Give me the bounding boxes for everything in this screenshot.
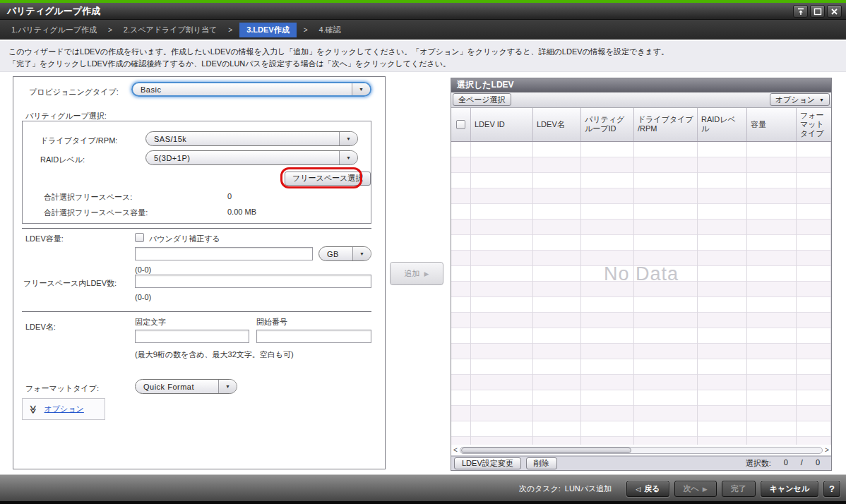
separator (22, 311, 371, 312)
step-separator: > (228, 26, 232, 34)
selection-count-separator: / (801, 458, 803, 469)
instruction-line-1: このウィザードではLDEVの作成を行います。作成したいLDEVの情報を入力し「追… (8, 46, 846, 58)
column-header-capacity[interactable]: 容量 (747, 108, 797, 141)
boundary-correction-checkbox[interactable] (135, 233, 144, 242)
arrow-left-icon: ◁ (636, 486, 641, 493)
scroll-right-icon[interactable]: > (823, 445, 831, 455)
wizard-step-1[interactable]: 1.パリティグループ作成 (7, 23, 101, 37)
raid-level-value: 5(3D+1P) (146, 154, 339, 162)
selected-ldev-header: 選択したLDEV (451, 78, 831, 92)
chevron-down-icon: ▼ (352, 247, 371, 260)
next-task-label: 次のタスク: (519, 484, 561, 494)
delete-button[interactable]: 削除 (526, 457, 557, 469)
column-header-format-type[interactable]: フォーマットタイプ (797, 108, 831, 141)
provisioning-type-label: プロビジョニングタイプ: (29, 87, 119, 97)
maximize-icon (814, 8, 822, 16)
select-all-checkbox-cell (451, 108, 471, 141)
ldev-name-label: LDEV名: (25, 322, 56, 332)
table-column (797, 142, 831, 445)
cancel-button-label: キャンセル (770, 484, 809, 494)
horizontal-scrollbar: < > (451, 445, 831, 456)
wizard-footer-bar: 次のタスク: LUNパス追加 ◁ 戻る 次へ ▶ 完了 キャンセル ? (0, 474, 846, 504)
selection-count-selected: 0 (784, 458, 788, 469)
rollup-button[interactable] (793, 5, 808, 18)
window-title: パリティグループ作成 (0, 5, 100, 18)
scrollbar-track[interactable] (460, 447, 823, 454)
column-header-parity-group-id[interactable]: パリティグループID (581, 108, 634, 141)
raid-level-dropdown[interactable]: 5(3D+1P) ▼ (145, 150, 358, 165)
instruction-panel: このウィザードではLDEVの作成を行います。作成したいLDEVの情報を入力し「追… (0, 41, 846, 72)
chevron-down-icon: ▼ (352, 83, 370, 95)
drive-type-label: ドライブタイプ/RPM: (40, 136, 117, 146)
format-type-value: Quick Format (136, 383, 218, 391)
drive-type-dropdown[interactable]: SAS/15k ▼ (145, 131, 358, 146)
back-button[interactable]: ◁ 戻る (626, 481, 669, 497)
add-button[interactable]: 追加 ▶ (390, 262, 443, 285)
total-free-capacity-label: 合計選択フリースペース容量: (44, 208, 148, 218)
table-column (533, 142, 581, 445)
fixed-text-input[interactable] (135, 330, 249, 343)
close-icon (830, 8, 838, 16)
ldev-count-label: フリースペース内LDEV数: (23, 278, 117, 289)
column-header-drive-type[interactable]: ドライブタイプ /RPM (634, 108, 698, 141)
total-free-space-value: 0 (227, 192, 232, 200)
format-type-dropdown[interactable]: Quick Format ▼ (135, 379, 237, 394)
table-column (634, 142, 698, 445)
free-space-select-button[interactable]: フリースペース選択 (285, 172, 371, 186)
fixed-text-label: 固定文字 (135, 317, 166, 328)
start-number-input[interactable] (256, 330, 371, 343)
capacity-unit-dropdown[interactable]: GB ▼ (318, 246, 371, 261)
step-separator: > (304, 26, 308, 34)
column-header-ldev-id[interactable]: LDEV ID (471, 108, 533, 141)
double-chevron-down-icon: ≫ (28, 404, 38, 414)
selection-count-total: 0 (816, 458, 820, 469)
capacity-range-hint: (0-0) (135, 265, 151, 274)
drive-type-value: SAS/15k (146, 135, 339, 143)
ldev-settings-change-button[interactable]: LDEV設定変更 (454, 457, 521, 469)
table-column (451, 142, 471, 445)
selection-count-label: 選択数: (746, 458, 771, 469)
raid-level-label: RAIDレベル: (40, 155, 85, 165)
capacity-unit-value: GB (319, 250, 352, 258)
total-free-capacity-value: 0.00 MB (227, 208, 256, 216)
select-all-pages-button[interactable]: 全ページ選択 (453, 93, 511, 106)
format-type-label: フォーマットタイプ: (25, 383, 99, 394)
close-button[interactable] (827, 5, 842, 18)
wizard-step-2[interactable]: 2.スペアドライブ割り当て (119, 23, 222, 37)
cancel-button[interactable]: キャンセル (761, 481, 818, 497)
add-button-label: 追加 (405, 268, 420, 279)
column-header-ldev-name[interactable]: LDEV名 (533, 108, 581, 141)
arrow-right-icon: ▶ (703, 486, 708, 493)
column-header-raid-level[interactable]: RAIDレベル (698, 108, 747, 141)
start-number-label: 開始番号 (256, 317, 287, 328)
capacity-input[interactable] (135, 247, 313, 260)
next-task-value: LUNパス追加 (565, 484, 612, 494)
scroll-left-icon[interactable]: < (451, 445, 460, 455)
chevron-down-icon: ▼ (819, 97, 824, 102)
select-all-checkbox[interactable] (456, 120, 465, 129)
step-separator: > (108, 26, 112, 34)
wizard-step-3-active[interactable]: 3.LDEV作成 (239, 23, 297, 37)
back-button-label: 戻る (644, 484, 660, 494)
arrow-right-icon: ▶ (424, 270, 429, 277)
wizard-step-4[interactable]: 4.確認 (315, 23, 345, 37)
next-task: 次のタスク: LUNパス追加 (519, 484, 612, 494)
help-button[interactable]: ? (823, 481, 840, 497)
provisioning-type-dropdown[interactable]: Basic ▼ (131, 82, 371, 97)
instruction-line-2: 「完了」をクリックしLDEV作成の確認後終了するか、LDEVのLUNパスを設定す… (8, 58, 846, 70)
maximize-button[interactable] (810, 5, 825, 18)
selected-ldev-panel: 選択したLDEV 全ページ選択 オプション ▼ LDEV ID LDEV名 パリ… (451, 78, 832, 471)
table-column (471, 142, 533, 445)
options-link: オプション (44, 404, 84, 414)
chevron-down-icon: ▼ (339, 132, 357, 145)
table-options-button[interactable]: オプション ▼ (770, 93, 830, 106)
ldev-count-input[interactable] (135, 275, 371, 288)
provisioning-type-value: Basic (133, 85, 352, 94)
finish-button[interactable]: 完了 (722, 481, 756, 497)
footer-bottom-edge (0, 501, 846, 504)
options-expander[interactable]: ≫ オプション (22, 398, 105, 420)
next-button[interactable]: 次へ ▶ (674, 481, 717, 497)
scrollbar-thumb[interactable] (461, 448, 631, 453)
table-column (581, 142, 634, 445)
total-free-space-label: 合計選択フリースペース: (44, 192, 132, 203)
